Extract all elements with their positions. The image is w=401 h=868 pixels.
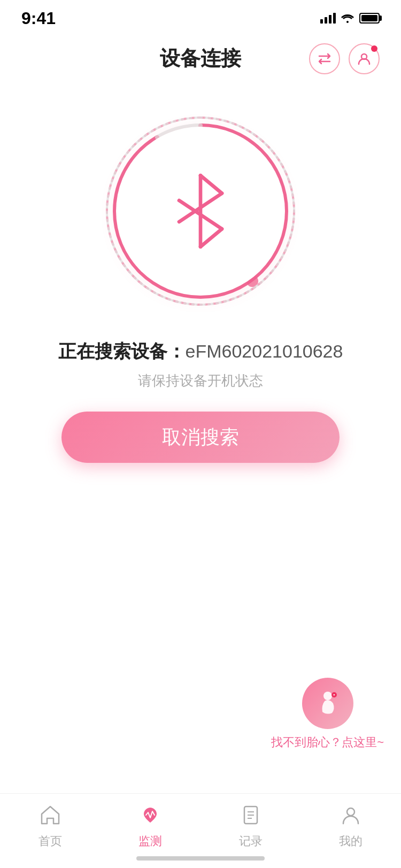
avatar-icon — [357, 51, 372, 66]
main-content: 正在搜索设备：eFM602021010628 请保持设备开机状态 取消搜索 — [0, 83, 401, 463]
notification-dot — [371, 45, 377, 52]
home-indicator — [136, 856, 265, 861]
bluetooth-scanner — [99, 110, 302, 313]
battery-icon — [359, 13, 380, 24]
nav-item-home[interactable]: 首页 — [0, 801, 101, 849]
exchange-button[interactable] — [309, 43, 340, 74]
mine-icon — [337, 801, 365, 829]
exchange-icon — [317, 51, 332, 66]
svg-line-6 — [200, 175, 222, 193]
status-bar: 9:41 — [0, 0, 401, 29]
pregnant-icon — [302, 678, 353, 729]
page-title: 设备连接 — [160, 45, 241, 72]
nav-item-records[interactable]: 记录 — [200, 801, 301, 849]
bluetooth-inner-circle — [116, 127, 285, 296]
svg-point-10 — [323, 692, 332, 700]
avatar-button[interactable] — [349, 43, 380, 74]
svg-line-8 — [200, 229, 222, 246]
home-icon — [36, 801, 64, 829]
monitor-icon — [136, 801, 164, 829]
records-icon — [237, 801, 265, 829]
nav-item-monitor[interactable]: 监测 — [101, 801, 201, 849]
nav-label-monitor: 监测 — [138, 833, 162, 849]
signal-icon — [320, 13, 336, 24]
status-icons — [320, 13, 380, 24]
header: 设备连接 — [0, 34, 401, 83]
nav-label-mine: 我的 — [339, 833, 363, 849]
cancel-search-button[interactable]: 取消搜索 — [61, 412, 340, 463]
status-time: 9:41 — [21, 9, 56, 28]
bluetooth-icon — [163, 168, 238, 254]
nav-item-mine[interactable]: 我的 — [301, 801, 402, 849]
wifi-icon — [341, 13, 354, 23]
nav-label-records: 记录 — [239, 833, 263, 849]
nav-label-home: 首页 — [38, 833, 62, 849]
floating-help-button[interactable]: 找不到胎心？点这里~ — [271, 678, 384, 750]
svg-point-16 — [347, 808, 354, 816]
search-status-section: 正在搜索设备：eFM602021010628 请保持设备开机状态 — [58, 339, 343, 390]
hint-text: 请保持设备开机状态 — [58, 371, 343, 390]
floating-help-text: 找不到胎心？点这里~ — [271, 734, 384, 750]
searching-text: 正在搜索设备：eFM602021010628 — [58, 339, 343, 364]
header-action-icons — [309, 43, 380, 74]
